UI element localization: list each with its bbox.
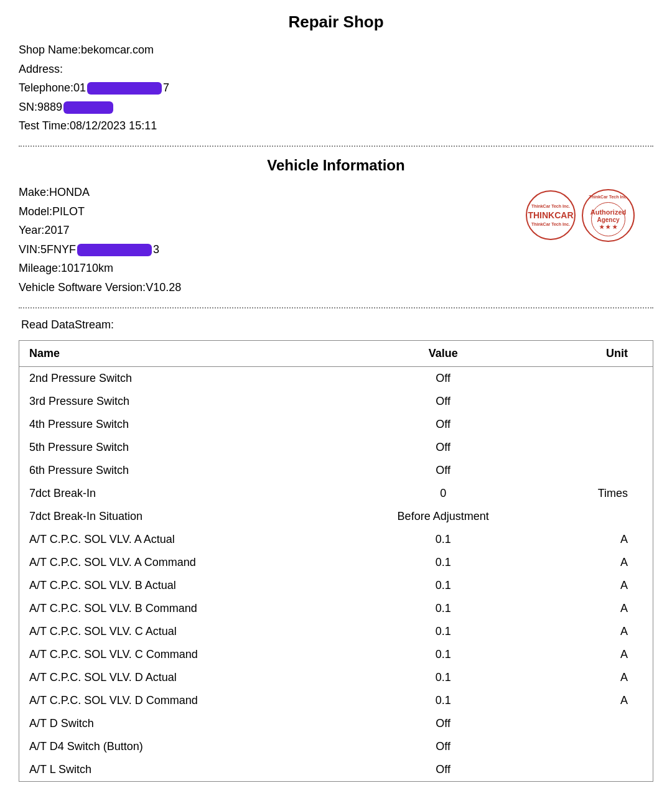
table-row: 6th Pressure SwitchOff <box>19 459 653 482</box>
table-cell-name: A/T C.P.C. SOL VLV. D Command <box>19 689 347 712</box>
table-row: 7dct Break-In0Times <box>19 482 653 505</box>
table-cell-name: A/T C.P.C. SOL VLV. C Actual <box>19 620 347 643</box>
col-header-unit: Unit <box>540 340 653 366</box>
table-cell-unit: A <box>540 666 653 689</box>
table-cell-name: A/T D Switch <box>19 712 347 735</box>
table-row: A/T C.P.C. SOL VLV. D Actual0.1A <box>19 666 653 689</box>
read-datastream-label: Read DataStream: <box>21 318 653 331</box>
table-cell-name: A/T C.P.C. SOL VLV. A Actual <box>19 528 347 551</box>
table-row: 7dct Break-In SituationBefore Adjustment <box>19 505 653 528</box>
table-cell-value: 0.1 <box>347 551 540 574</box>
divider-1 <box>19 146 653 147</box>
table-cell-value: 0.1 <box>347 643 540 666</box>
vehicle-make: Make:HONDA <box>19 183 181 202</box>
table-cell-name: 7dct Break-In Situation <box>19 505 347 528</box>
table-cell-unit: A <box>540 597 653 620</box>
table-cell-unit <box>540 459 653 482</box>
table-cell-unit: A <box>540 528 653 551</box>
data-table: Name Value Unit 2nd Pressure SwitchOff3r… <box>19 340 653 782</box>
table-header-row: Name Value Unit <box>19 340 653 366</box>
stamp-container: ThinkCar Tech Inc. THINKCAR ThinkCar Tec… <box>526 189 635 242</box>
table-cell-value: 0.1 <box>347 620 540 643</box>
table-cell-unit <box>540 712 653 735</box>
table-cell-unit <box>540 758 653 782</box>
shop-sn: SN:9889 <box>19 98 653 117</box>
table-row: A/T D SwitchOff <box>19 712 653 735</box>
table-cell-name: A/T D4 Switch (Button) <box>19 735 347 758</box>
table-cell-name: 6th Pressure Switch <box>19 459 347 482</box>
table-row: A/T C.P.C. SOL VLV. D Command0.1A <box>19 689 653 712</box>
table-cell-name: 3rd Pressure Switch <box>19 390 347 413</box>
table-cell-unit: A <box>540 620 653 643</box>
table-cell-value: Off <box>347 413 540 436</box>
table-row: A/T L SwitchOff <box>19 758 653 782</box>
thinkcar-stamp: ThinkCar Tech Inc. THINKCAR ThinkCar Tec… <box>526 190 576 240</box>
table-cell-value: 0.1 <box>347 666 540 689</box>
divider-2 <box>19 307 653 308</box>
table-row: A/T C.P.C. SOL VLV. A Actual0.1A <box>19 528 653 551</box>
table-cell-name: A/T C.P.C. SOL VLV. B Actual <box>19 574 347 597</box>
table-cell-value: Off <box>347 735 540 758</box>
col-header-name: Name <box>19 340 347 366</box>
table-row: A/T C.P.C. SOL VLV. A Command0.1A <box>19 551 653 574</box>
table-cell-unit <box>540 390 653 413</box>
shop-address: Address: <box>19 60 653 79</box>
table-cell-unit: A <box>540 689 653 712</box>
table-row: 2nd Pressure SwitchOff <box>19 366 653 390</box>
shop-name: Shop Name:bekomcar.com <box>19 40 653 60</box>
table-cell-value: Off <box>347 712 540 735</box>
table-cell-name: A/T C.P.C. SOL VLV. D Actual <box>19 666 347 689</box>
table-cell-value: 0.1 <box>347 574 540 597</box>
table-cell-name: A/T L Switch <box>19 758 347 782</box>
table-cell-unit: Times <box>540 482 653 505</box>
table-cell-name: A/T C.P.C. SOL VLV. C Command <box>19 643 347 666</box>
table-cell-value: 0 <box>347 482 540 505</box>
table-cell-value: 0.1 <box>347 528 540 551</box>
table-cell-unit <box>540 505 653 528</box>
table-cell-unit: A <box>540 574 653 597</box>
table-cell-unit: A <box>540 643 653 666</box>
table-cell-value: 0.1 <box>347 689 540 712</box>
table-cell-name: A/T C.P.C. SOL VLV. A Command <box>19 551 347 574</box>
table-row: 3rd Pressure SwitchOff <box>19 390 653 413</box>
vehicle-mileage: Mileage:101710km <box>19 259 181 278</box>
table-cell-unit <box>540 366 653 390</box>
table-cell-value: Off <box>347 366 540 390</box>
table-cell-value: 0.1 <box>347 597 540 620</box>
table-cell-unit <box>540 436 653 459</box>
table-cell-value: Before Adjustment <box>347 505 540 528</box>
table-row: A/T C.P.C. SOL VLV. B Actual0.1A <box>19 574 653 597</box>
table-cell-value: Off <box>347 758 540 782</box>
vehicle-model: Model:PILOT <box>19 202 181 221</box>
vehicle-year: Year:2017 <box>19 221 181 240</box>
table-cell-unit: A <box>540 551 653 574</box>
authorized-stamp: ThinkCar Tech Inc. Authorized Agency ★ ★… <box>582 189 635 242</box>
vehicle-software-version: Vehicle Software Version:V10.28 <box>19 278 181 297</box>
table-row: A/T C.P.C. SOL VLV. C Actual0.1A <box>19 620 653 643</box>
shop-testtime: Test Time:08/12/2023 15:11 <box>19 116 653 136</box>
table-cell-unit <box>540 735 653 758</box>
table-cell-value: Off <box>347 459 540 482</box>
shop-telephone: Telephone:017 <box>19 78 653 98</box>
table-cell-value: Off <box>347 390 540 413</box>
shop-info: Shop Name:bekomcar.com Address: Telephon… <box>19 40 653 136</box>
table-cell-value: Off <box>347 436 540 459</box>
table-row: A/T D4 Switch (Button)Off <box>19 735 653 758</box>
table-row: 5th Pressure SwitchOff <box>19 436 653 459</box>
vehicle-section-title: Vehicle Information <box>19 157 653 174</box>
table-row: A/T C.P.C. SOL VLV. C Command0.1A <box>19 643 653 666</box>
table-cell-unit <box>540 413 653 436</box>
table-row: 4th Pressure SwitchOff <box>19 413 653 436</box>
table-cell-name: A/T C.P.C. SOL VLV. B Command <box>19 597 347 620</box>
page-title: Repair Shop <box>19 12 653 32</box>
vehicle-vin: VIN:5FNYF3 <box>19 240 181 259</box>
table-cell-name: 2nd Pressure Switch <box>19 366 347 390</box>
vehicle-info: Make:HONDA Model:PILOT Year:2017 VIN:5FN… <box>19 183 181 297</box>
table-cell-name: 7dct Break-In <box>19 482 347 505</box>
table-row: A/T C.P.C. SOL VLV. B Command0.1A <box>19 597 653 620</box>
col-header-value: Value <box>347 340 540 366</box>
table-cell-name: 5th Pressure Switch <box>19 436 347 459</box>
table-cell-name: 4th Pressure Switch <box>19 413 347 436</box>
